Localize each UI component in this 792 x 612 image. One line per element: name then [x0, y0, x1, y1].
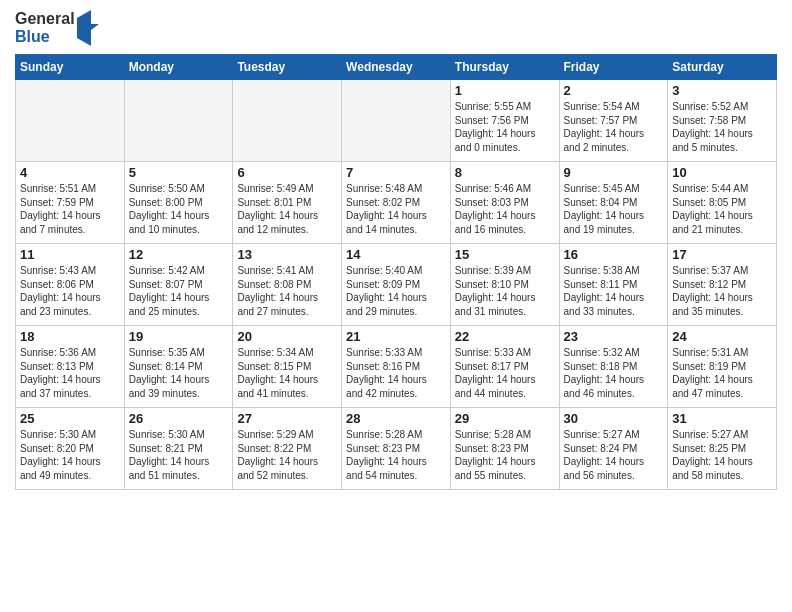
svg-marker-0: [77, 10, 99, 46]
calendar-cell: 20Sunrise: 5:34 AM Sunset: 8:15 PM Dayli…: [233, 326, 342, 408]
week-row-2: 4Sunrise: 5:51 AM Sunset: 7:59 PM Daylig…: [16, 162, 777, 244]
calendar-cell: 21Sunrise: 5:33 AM Sunset: 8:16 PM Dayli…: [342, 326, 451, 408]
day-info: Sunrise: 5:49 AM Sunset: 8:01 PM Dayligh…: [237, 182, 337, 236]
calendar-cell: 11Sunrise: 5:43 AM Sunset: 8:06 PM Dayli…: [16, 244, 125, 326]
day-info: Sunrise: 5:46 AM Sunset: 8:03 PM Dayligh…: [455, 182, 555, 236]
day-number: 4: [20, 165, 120, 180]
day-info: Sunrise: 5:27 AM Sunset: 8:25 PM Dayligh…: [672, 428, 772, 482]
day-info: Sunrise: 5:42 AM Sunset: 8:07 PM Dayligh…: [129, 264, 229, 318]
calendar-cell: 7Sunrise: 5:48 AM Sunset: 8:02 PM Daylig…: [342, 162, 451, 244]
day-number: 2: [564, 83, 664, 98]
calendar-body: 1Sunrise: 5:55 AM Sunset: 7:56 PM Daylig…: [16, 80, 777, 490]
day-info: Sunrise: 5:33 AM Sunset: 8:16 PM Dayligh…: [346, 346, 446, 400]
day-info: Sunrise: 5:29 AM Sunset: 8:22 PM Dayligh…: [237, 428, 337, 482]
week-row-5: 25Sunrise: 5:30 AM Sunset: 8:20 PM Dayli…: [16, 408, 777, 490]
day-number: 14: [346, 247, 446, 262]
day-number: 24: [672, 329, 772, 344]
day-info: Sunrise: 5:39 AM Sunset: 8:10 PM Dayligh…: [455, 264, 555, 318]
calendar-cell: 2Sunrise: 5:54 AM Sunset: 7:57 PM Daylig…: [559, 80, 668, 162]
day-info: Sunrise: 5:33 AM Sunset: 8:17 PM Dayligh…: [455, 346, 555, 400]
day-info: Sunrise: 5:31 AM Sunset: 8:19 PM Dayligh…: [672, 346, 772, 400]
calendar-cell: 5Sunrise: 5:50 AM Sunset: 8:00 PM Daylig…: [124, 162, 233, 244]
day-info: Sunrise: 5:52 AM Sunset: 7:58 PM Dayligh…: [672, 100, 772, 154]
day-number: 17: [672, 247, 772, 262]
day-number: 3: [672, 83, 772, 98]
day-info: Sunrise: 5:45 AM Sunset: 8:04 PM Dayligh…: [564, 182, 664, 236]
logo-general: General: [15, 10, 75, 28]
day-number: 11: [20, 247, 120, 262]
page-container: General Blue SundayMondayTuesdayWednesda…: [0, 0, 792, 495]
weekday-header-row: SundayMondayTuesdayWednesdayThursdayFrid…: [16, 55, 777, 80]
day-info: Sunrise: 5:30 AM Sunset: 8:21 PM Dayligh…: [129, 428, 229, 482]
day-number: 25: [20, 411, 120, 426]
logo-graphic: General Blue: [15, 10, 99, 46]
calendar-cell: 17Sunrise: 5:37 AM Sunset: 8:12 PM Dayli…: [668, 244, 777, 326]
weekday-header-friday: Friday: [559, 55, 668, 80]
weekday-header-saturday: Saturday: [668, 55, 777, 80]
calendar-cell: 31Sunrise: 5:27 AM Sunset: 8:25 PM Dayli…: [668, 408, 777, 490]
calendar-cell: 26Sunrise: 5:30 AM Sunset: 8:21 PM Dayli…: [124, 408, 233, 490]
day-info: Sunrise: 5:41 AM Sunset: 8:08 PM Dayligh…: [237, 264, 337, 318]
day-number: 16: [564, 247, 664, 262]
day-info: Sunrise: 5:34 AM Sunset: 8:15 PM Dayligh…: [237, 346, 337, 400]
day-number: 20: [237, 329, 337, 344]
calendar-cell: 28Sunrise: 5:28 AM Sunset: 8:23 PM Dayli…: [342, 408, 451, 490]
calendar-cell: 25Sunrise: 5:30 AM Sunset: 8:20 PM Dayli…: [16, 408, 125, 490]
day-number: 1: [455, 83, 555, 98]
day-number: 31: [672, 411, 772, 426]
logo: General Blue: [15, 10, 99, 46]
day-number: 22: [455, 329, 555, 344]
day-number: 21: [346, 329, 446, 344]
logo-blue: Blue: [15, 28, 75, 46]
calendar-cell: 30Sunrise: 5:27 AM Sunset: 8:24 PM Dayli…: [559, 408, 668, 490]
day-info: Sunrise: 5:40 AM Sunset: 8:09 PM Dayligh…: [346, 264, 446, 318]
calendar-cell: 18Sunrise: 5:36 AM Sunset: 8:13 PM Dayli…: [16, 326, 125, 408]
weekday-header-wednesday: Wednesday: [342, 55, 451, 80]
day-number: 12: [129, 247, 229, 262]
day-info: Sunrise: 5:28 AM Sunset: 8:23 PM Dayligh…: [455, 428, 555, 482]
day-number: 15: [455, 247, 555, 262]
calendar-cell: 16Sunrise: 5:38 AM Sunset: 8:11 PM Dayli…: [559, 244, 668, 326]
day-info: Sunrise: 5:50 AM Sunset: 8:00 PM Dayligh…: [129, 182, 229, 236]
header: General Blue: [15, 10, 777, 46]
calendar-cell: 23Sunrise: 5:32 AM Sunset: 8:18 PM Dayli…: [559, 326, 668, 408]
day-number: 29: [455, 411, 555, 426]
day-number: 13: [237, 247, 337, 262]
day-number: 27: [237, 411, 337, 426]
weekday-header-monday: Monday: [124, 55, 233, 80]
calendar-cell: [16, 80, 125, 162]
calendar-cell: 6Sunrise: 5:49 AM Sunset: 8:01 PM Daylig…: [233, 162, 342, 244]
weekday-header-thursday: Thursday: [450, 55, 559, 80]
day-number: 23: [564, 329, 664, 344]
day-info: Sunrise: 5:38 AM Sunset: 8:11 PM Dayligh…: [564, 264, 664, 318]
day-info: Sunrise: 5:43 AM Sunset: 8:06 PM Dayligh…: [20, 264, 120, 318]
calendar-cell: 9Sunrise: 5:45 AM Sunset: 8:04 PM Daylig…: [559, 162, 668, 244]
day-info: Sunrise: 5:44 AM Sunset: 8:05 PM Dayligh…: [672, 182, 772, 236]
day-info: Sunrise: 5:32 AM Sunset: 8:18 PM Dayligh…: [564, 346, 664, 400]
weekday-header-sunday: Sunday: [16, 55, 125, 80]
calendar-cell: 3Sunrise: 5:52 AM Sunset: 7:58 PM Daylig…: [668, 80, 777, 162]
weekday-header-tuesday: Tuesday: [233, 55, 342, 80]
week-row-1: 1Sunrise: 5:55 AM Sunset: 7:56 PM Daylig…: [16, 80, 777, 162]
day-info: Sunrise: 5:54 AM Sunset: 7:57 PM Dayligh…: [564, 100, 664, 154]
day-number: 19: [129, 329, 229, 344]
calendar-cell: [233, 80, 342, 162]
week-row-3: 11Sunrise: 5:43 AM Sunset: 8:06 PM Dayli…: [16, 244, 777, 326]
calendar-cell: 4Sunrise: 5:51 AM Sunset: 7:59 PM Daylig…: [16, 162, 125, 244]
calendar-cell: 1Sunrise: 5:55 AM Sunset: 7:56 PM Daylig…: [450, 80, 559, 162]
day-info: Sunrise: 5:27 AM Sunset: 8:24 PM Dayligh…: [564, 428, 664, 482]
day-info: Sunrise: 5:55 AM Sunset: 7:56 PM Dayligh…: [455, 100, 555, 154]
day-number: 28: [346, 411, 446, 426]
day-info: Sunrise: 5:48 AM Sunset: 8:02 PM Dayligh…: [346, 182, 446, 236]
day-number: 30: [564, 411, 664, 426]
calendar-cell: 12Sunrise: 5:42 AM Sunset: 8:07 PM Dayli…: [124, 244, 233, 326]
day-number: 26: [129, 411, 229, 426]
calendar-cell: 13Sunrise: 5:41 AM Sunset: 8:08 PM Dayli…: [233, 244, 342, 326]
day-number: 18: [20, 329, 120, 344]
calendar-cell: 24Sunrise: 5:31 AM Sunset: 8:19 PM Dayli…: [668, 326, 777, 408]
calendar-cell: [124, 80, 233, 162]
day-number: 5: [129, 165, 229, 180]
calendar-cell: 19Sunrise: 5:35 AM Sunset: 8:14 PM Dayli…: [124, 326, 233, 408]
calendar-cell: 10Sunrise: 5:44 AM Sunset: 8:05 PM Dayli…: [668, 162, 777, 244]
day-number: 8: [455, 165, 555, 180]
